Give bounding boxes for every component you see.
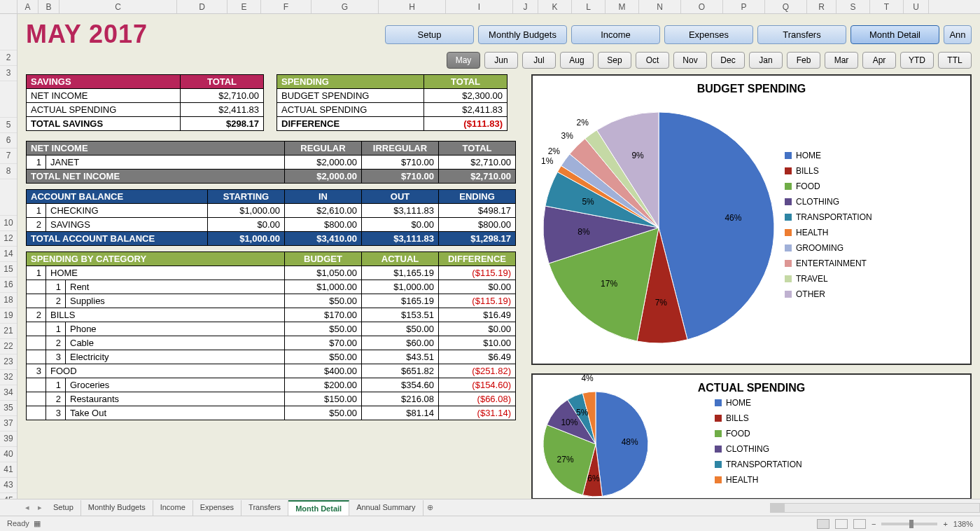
col-header[interactable]: H: [379, 0, 446, 13]
month-feb-button[interactable]: Feb: [787, 52, 820, 69]
tab-scroll-left-icon[interactable]: ◂: [21, 503, 34, 512]
legend-item: BILLS: [785, 166, 963, 176]
month-jan-button[interactable]: Jan: [749, 52, 783, 69]
pie-slice-label: 2%: [548, 146, 560, 156]
row-header[interactable]: 10: [0, 216, 17, 231]
status-ready: Ready: [7, 519, 29, 527]
row-header[interactable]: 14: [0, 247, 17, 262]
sheet-tab-income[interactable]: Income: [153, 500, 193, 516]
col-header[interactable]: O: [681, 0, 723, 13]
sheet-tab-month-detail[interactable]: Month Detail: [288, 500, 349, 516]
col-header[interactable]: F: [261, 0, 312, 13]
month-apr-button[interactable]: Apr: [862, 52, 896, 69]
row-header[interactable]: 19: [0, 308, 17, 324]
nav-transfers-button[interactable]: Transfers: [757, 25, 846, 44]
col-header[interactable]: P: [723, 0, 765, 13]
nav-income-button[interactable]: Income: [571, 25, 660, 44]
row-header[interactable]: [0, 179, 17, 216]
row-header[interactable]: 16: [0, 277, 17, 293]
zoom-out-button[interactable]: −: [872, 520, 876, 528]
month-may-button[interactable]: May: [447, 52, 480, 69]
pie-slice-label: 10%: [561, 418, 578, 427]
row-header[interactable]: 5: [0, 118, 17, 133]
month-mar-button[interactable]: Mar: [825, 52, 858, 69]
nav-setup-button[interactable]: Setup: [385, 25, 474, 44]
budget-spending-chart: BUDGET SPENDING 46%7%17%8%5%1%2%3%2%9% H…: [531, 74, 972, 365]
col-header[interactable]: K: [538, 0, 572, 13]
sheet-tab-expenses[interactable]: Expenses: [193, 500, 241, 516]
sheet-tab-transfers[interactable]: Transfers: [241, 500, 288, 516]
sheet-tab-monthly-budgets[interactable]: Monthly Budgets: [81, 500, 153, 516]
row-header[interactable]: 39: [0, 432, 17, 447]
month-dec-button[interactable]: Dec: [711, 52, 745, 69]
row-header[interactable]: 18: [0, 293, 17, 308]
month-ttl-button[interactable]: TTL: [938, 52, 972, 69]
view-normal-icon[interactable]: [817, 519, 830, 529]
row-header[interactable]: 8: [0, 164, 17, 179]
pie-slice-label: 5%: [576, 408, 588, 418]
month-jun-button[interactable]: Jun: [484, 52, 518, 69]
month-aug-button[interactable]: Aug: [560, 52, 594, 69]
col-header[interactable]: J: [513, 0, 538, 13]
row-header[interactable]: 22: [0, 339, 17, 354]
col-header[interactable]: Q: [765, 0, 807, 13]
col-header[interactable]: R: [807, 0, 836, 13]
horizontal-scrollbar[interactable]: [770, 503, 980, 513]
row-header[interactable]: 41: [0, 462, 17, 478]
col-header[interactable]: I: [446, 0, 513, 13]
tab-scroll-right-icon[interactable]: ▸: [34, 503, 46, 512]
view-pagelayout-icon[interactable]: [835, 519, 848, 529]
row-header[interactable]: 6: [0, 133, 17, 149]
nav-ann-button[interactable]: Ann: [944, 25, 972, 44]
row-header[interactable]: 2: [0, 50, 17, 66]
col-header[interactable]: G: [312, 0, 379, 13]
col-header[interactable]: C: [59, 0, 177, 13]
col-header[interactable]: A: [18, 0, 38, 13]
row-header[interactable]: 23: [0, 354, 17, 370]
pie-slice-label: 6%: [587, 474, 599, 483]
pie-slice-label: 2%: [577, 118, 589, 127]
nav-monthly-budgets-button[interactable]: Monthly Budgets: [478, 25, 567, 44]
pie-slice-label: 8%: [578, 227, 589, 237]
month-nov-button[interactable]: Nov: [673, 52, 707, 69]
row-header[interactable]: 3: [0, 66, 17, 81]
row-header[interactable]: 12: [0, 231, 17, 247]
month-ytd-button[interactable]: YTD: [900, 52, 934, 69]
col-header[interactable]: U: [904, 0, 929, 13]
zoom-slider[interactable]: [881, 523, 937, 525]
row-header[interactable]: 7: [0, 149, 17, 164]
zoom-in-button[interactable]: +: [943, 520, 947, 528]
sheet-tabs: ◂ ▸ SetupMonthly BudgetsIncomeExpensesTr…: [0, 499, 980, 516]
row-header[interactable]: [0, 81, 17, 118]
row-header[interactable]: 45: [0, 493, 17, 499]
col-header[interactable]: D: [177, 0, 227, 13]
add-sheet-button[interactable]: ⊕: [424, 503, 438, 512]
col-header[interactable]: S: [836, 0, 870, 13]
record-macro-icon[interactable]: ▦: [34, 519, 41, 527]
row-header[interactable]: 15: [0, 262, 17, 277]
net-income-table: NET INCOMEREGULARIRREGULARTOTAL 1JANET$2…: [26, 141, 516, 184]
sheet-tab-setup[interactable]: Setup: [46, 500, 81, 516]
col-header[interactable]: M: [606, 0, 639, 13]
nav-month-detail-button[interactable]: Month Detail: [850, 25, 939, 44]
row-header[interactable]: 32: [0, 370, 17, 385]
col-header[interactable]: L: [572, 0, 606, 13]
view-pagebreak-icon[interactable]: [853, 519, 866, 529]
row-header[interactable]: 34: [0, 385, 17, 401]
col-header[interactable]: E: [227, 0, 261, 13]
month-jul-button[interactable]: Jul: [522, 52, 556, 69]
row-header[interactable]: 40: [0, 447, 17, 462]
month-sep-button[interactable]: Sep: [598, 52, 631, 69]
nav-expenses-button[interactable]: Expenses: [664, 25, 753, 44]
month-oct-button[interactable]: Oct: [636, 52, 669, 69]
zoom-level[interactable]: 138%: [953, 520, 973, 528]
col-header[interactable]: B: [38, 0, 59, 13]
row-header[interactable]: 37: [0, 416, 17, 432]
col-header[interactable]: T: [870, 0, 904, 13]
row-header[interactable]: [0, 14, 17, 50]
row-header[interactable]: 21: [0, 324, 17, 339]
row-header[interactable]: 35: [0, 401, 17, 416]
sheet-tab-annual-summary[interactable]: Annual Summary: [349, 500, 423, 516]
col-header[interactable]: N: [639, 0, 681, 13]
row-header[interactable]: 43: [0, 478, 17, 493]
